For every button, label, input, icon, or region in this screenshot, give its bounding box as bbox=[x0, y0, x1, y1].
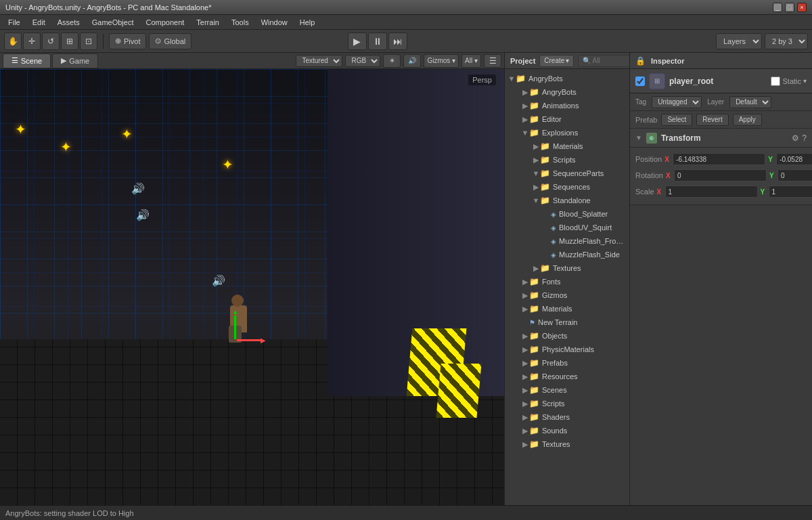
menu-component[interactable]: Component bbox=[140, 17, 189, 28]
static-dropdown-icon[interactable]: ▾ bbox=[803, 77, 807, 85]
object-active-checkbox[interactable] bbox=[635, 77, 645, 86]
menu-tools[interactable]: Tools bbox=[226, 17, 254, 28]
tag-dropdown[interactable]: Untagged bbox=[652, 96, 702, 108]
pivot-button[interactable]: ⊕ Pivot bbox=[109, 33, 146, 49]
panel-menu-icon[interactable]: ☰ bbox=[484, 54, 501, 68]
tab-scene[interactable]: ☰ Scene bbox=[3, 53, 51, 68]
tree-item-scripts-exp[interactable]: ▶ 📁 Scripts bbox=[526, 153, 629, 167]
hand-tool[interactable]: ✋ bbox=[4, 32, 22, 50]
tree-item-sequenceparts[interactable]: ▼ 📁 SequenceParts bbox=[526, 167, 629, 180]
layer-dropdown[interactable]: Default bbox=[729, 96, 771, 108]
tree-item-gizmos[interactable]: ▶ 📁 Gizmos bbox=[516, 288, 629, 302]
tree-item-angrybots[interactable]: ▶ 📁 AngryBots bbox=[516, 85, 629, 99]
tree-item-explosions[interactable]: ▼ 📁 Explosions bbox=[516, 126, 629, 139]
select-button[interactable]: Select bbox=[661, 114, 692, 126]
maximize-button[interactable]: □ bbox=[785, 3, 794, 12]
tree-item-blooduv-squirt[interactable]: ◈ BloodUV_Squirt bbox=[537, 221, 629, 234]
tree-item-objects[interactable]: ▶ 📁 Objects bbox=[516, 329, 629, 343]
menu-file[interactable]: File bbox=[3, 17, 26, 28]
tree-item-scripts[interactable]: ▶ 📁 Scripts bbox=[516, 397, 629, 410]
pos-y-label: Y bbox=[768, 156, 775, 163]
transform-component-header[interactable]: ▼ ⊕ Transform ⚙ ? bbox=[630, 129, 812, 148]
tree-label: Sequences bbox=[553, 183, 590, 191]
scene-viewport[interactable]: ▲ ▶ ✦ ✦ ✦ ✦ 🔊 🔊 🔊 Persp bbox=[0, 69, 504, 505]
tree-item-shaders[interactable]: ▶ 📁 Shaders bbox=[516, 410, 629, 424]
standalone-children: ◈ Blood_Splatter ◈ BloodUV_Squirt ◈ Muzz… bbox=[526, 207, 629, 261]
tree-item-fonts[interactable]: ▶ 📁 Fonts bbox=[516, 275, 629, 288]
rot-y-input[interactable] bbox=[777, 169, 812, 181]
tree-item-resources[interactable]: ▶ 📁 Resources bbox=[516, 370, 629, 383]
play-button[interactable]: ▶ bbox=[348, 32, 367, 50]
pos-x-label: X bbox=[664, 156, 671, 163]
position-label: Position bbox=[635, 155, 662, 163]
revert-button[interactable]: Revert bbox=[696, 114, 728, 126]
layout-dropdown[interactable]: 2 by 3 bbox=[765, 33, 808, 49]
scale-tool[interactable]: ⊞ bbox=[61, 32, 78, 50]
layer-label: Layer bbox=[707, 98, 724, 106]
rotation-row: Rotation X Y Z bbox=[635, 168, 807, 183]
rot-x-input[interactable] bbox=[674, 169, 767, 181]
transform-gizmo-x: ▶ bbox=[237, 337, 266, 344]
view-mode-select[interactable]: Textured bbox=[296, 55, 342, 67]
menubar: File Edit Assets GameObject Component Te… bbox=[0, 15, 812, 30]
tree-item-textures[interactable]: ▶ 📁 Textures bbox=[516, 437, 629, 451]
tree-item-blood-splatter[interactable]: ◈ Blood_Splatter bbox=[537, 207, 629, 221]
tree-item-prefabs[interactable]: ▶ 📁 Prefabs bbox=[516, 356, 629, 370]
scene-tabs: ☰ Scene ▶ Game Textured RGB ☀ 🔊 Gizmos ▾… bbox=[0, 53, 504, 69]
tag-label: Tag bbox=[635, 98, 646, 106]
obj-icon-symbol: ⊞ bbox=[654, 77, 660, 85]
tree-item-sounds[interactable]: ▶ 📁 Sounds bbox=[516, 424, 629, 437]
tree-item-muzzle-side[interactable]: ◈ MuzzleFlash_Side bbox=[537, 248, 629, 261]
tree-item-sequences[interactable]: ▶ 📁 Sequences bbox=[526, 180, 629, 194]
lighting-toggle[interactable]: ☀ bbox=[383, 54, 401, 68]
static-checkbox[interactable] bbox=[771, 77, 780, 86]
menu-help[interactable]: Help bbox=[294, 17, 321, 28]
tree-item-physicmaterials[interactable]: ▶ 📁 PhysicMaterials bbox=[516, 343, 629, 356]
tree-item-newterrain[interactable]: ⚑ New Terrain bbox=[516, 316, 629, 329]
tree-item-standalone[interactable]: ▼ 📁 Standalone bbox=[526, 194, 629, 207]
component-settings-icon[interactable]: ⚙ bbox=[792, 133, 799, 143]
tree-item-materials[interactable]: ▶ 📁 Materials bbox=[516, 302, 629, 316]
tree-item-angrybots-root[interactable]: ▼ 📁 AngryBots bbox=[505, 72, 629, 85]
layers-dropdown[interactable]: Layers bbox=[716, 33, 762, 49]
apply-button[interactable]: Apply bbox=[733, 114, 762, 126]
menu-edit[interactable]: Edit bbox=[27, 17, 51, 28]
game-tab-icon: ▶ bbox=[61, 56, 66, 65]
tree-item-scenes[interactable]: ▶ 📁 Scenes bbox=[516, 383, 629, 397]
tab-game[interactable]: ▶ Game bbox=[52, 53, 98, 68]
scale-row: Scale X Y Z bbox=[635, 184, 807, 199]
rotate-tool[interactable]: ↺ bbox=[42, 32, 60, 50]
close-button[interactable]: × bbox=[797, 3, 807, 12]
pos-x-input[interactable] bbox=[673, 153, 765, 165]
scene-options-button[interactable]: All ▾ bbox=[461, 54, 481, 68]
menu-window[interactable]: Window bbox=[256, 17, 293, 28]
global-button[interactable]: ⊙ Global bbox=[149, 33, 191, 49]
tree-item-materials-exp[interactable]: ▶ 📁 Materials bbox=[526, 139, 629, 153]
tree-item-textures-exp[interactable]: ▶ 📁 Textures bbox=[526, 261, 629, 275]
color-mode-select[interactable]: RGB bbox=[345, 55, 380, 67]
scale-x-input[interactable] bbox=[665, 186, 758, 198]
audio-toggle[interactable]: 🔊 bbox=[403, 54, 421, 68]
menu-terrain[interactable]: Terrain bbox=[191, 17, 225, 28]
tree-item-editor[interactable]: ▶ 📁 Editor bbox=[516, 112, 629, 126]
rect-tool[interactable]: ⊡ bbox=[80, 32, 97, 50]
scale-y-input[interactable] bbox=[769, 186, 812, 198]
transform-tools: ✋ ✛ ↺ ⊞ ⊡ bbox=[4, 32, 97, 50]
pause-button[interactable]: ⏸ bbox=[368, 32, 387, 50]
window-controls[interactable]: _ □ × bbox=[773, 3, 807, 12]
tree-label: Materials bbox=[553, 142, 583, 150]
pos-y-input[interactable] bbox=[776, 153, 812, 165]
tree-item-animations[interactable]: ▶ 📁 Animations bbox=[516, 99, 629, 112]
create-button[interactable]: Create ▾ bbox=[539, 55, 574, 67]
menu-gameobject[interactable]: GameObject bbox=[87, 17, 139, 28]
transform-gizmo-y: ▲ bbox=[232, 308, 239, 339]
playback-controls: ▶ ⏸ ⏭ bbox=[348, 32, 407, 50]
tree-item-muzzle-front[interactable]: ◈ MuzzleFlash_Fro… bbox=[537, 234, 629, 248]
gizmos-button[interactable]: Gizmos ▾ bbox=[424, 54, 459, 68]
component-help-icon[interactable]: ? bbox=[802, 133, 807, 143]
move-tool[interactable]: ✛ bbox=[23, 32, 41, 50]
menu-assets[interactable]: Assets bbox=[52, 17, 85, 28]
toolbar: ✋ ✛ ↺ ⊞ ⊡ ⊕ Pivot ⊙ Global ▶ ⏸ ⏭ Layers … bbox=[0, 30, 812, 53]
step-button[interactable]: ⏭ bbox=[388, 32, 407, 50]
minimize-button[interactable]: _ bbox=[773, 3, 782, 12]
